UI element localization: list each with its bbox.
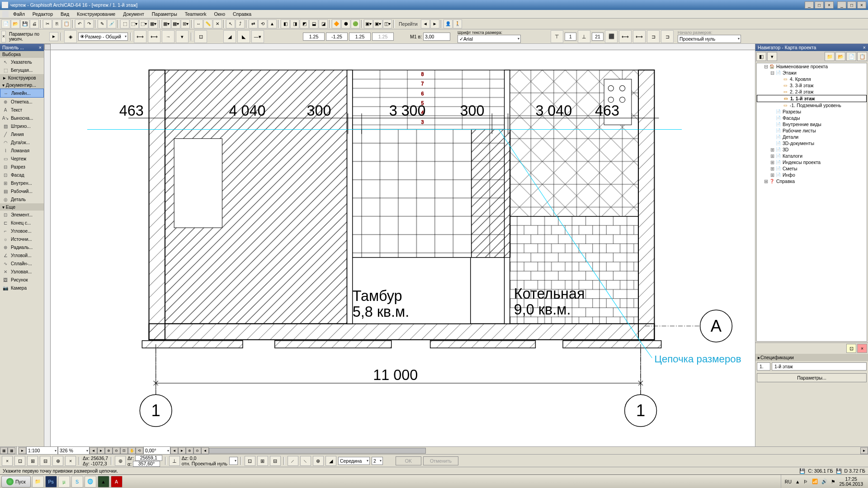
dim-ext-input[interactable]: [349, 33, 371, 41]
nav-map-btn[interactable]: 📁: [825, 52, 835, 61]
toolbox-sec-document[interactable]: ▾ Документир...: [0, 81, 44, 89]
navigator-close[interactable]: ×: [863, 45, 866, 50]
dim-mode1[interactable]: ⟷: [134, 30, 146, 43]
goto-next-btn[interactable]: ►: [430, 19, 439, 28]
snap-btn6[interactable]: ⊕: [313, 456, 324, 466]
sel2-btn[interactable]: ⬚▾: [130, 19, 139, 28]
rotate-btn1[interactable]: ⟲: [136, 447, 143, 454]
print-btn[interactable]: 🖨: [30, 19, 39, 28]
coord-polar[interactable]: ⊛: [115, 456, 126, 466]
spec-params-btn[interactable]: Параметры...: [757, 373, 867, 382]
dim-marker3[interactable]: —▾: [251, 30, 264, 43]
tool-interior[interactable]: ⊞Внутрен...: [0, 179, 44, 187]
tree-help[interactable]: ⊞❓Справка: [757, 178, 867, 184]
zoom-dropdown[interactable]: 326 %: [58, 446, 90, 455]
spec-btn2[interactable]: ×: [857, 344, 867, 353]
view-next[interactable]: ►: [178, 447, 186, 454]
tool-pointer[interactable]: ↖Указатель: [0, 58, 44, 66]
scale-input[interactable]: [423, 33, 450, 41]
ruler-vertical[interactable]: [44, 50, 51, 446]
tool-angular[interactable]: ∠Угловой...: [0, 251, 44, 259]
navigator-tree[interactable]: ⊟🏠Наименование проекта ⊟📄Этажи ▭4. Кровл…: [756, 63, 867, 342]
task-skype[interactable]: S: [71, 476, 83, 488]
menu-options[interactable]: Параметры: [149, 11, 180, 17]
measure-btn[interactable]: ↔: [194, 19, 203, 28]
minimize-btn[interactable]: _: [837, 1, 846, 9]
h-scrollbar-thumb[interactable]: [209, 448, 426, 454]
tree-floor-3[interactable]: ▭3. 3-й этаж: [757, 82, 867, 89]
style-btn1[interactable]: ⬛: [605, 30, 618, 43]
tree-interior[interactable]: 📄Внутренние виды: [757, 121, 867, 127]
tool-spline[interactable]: ∿Сплайн-...: [0, 259, 44, 267]
tool-text[interactable]: AТекст: [0, 106, 44, 114]
coord-dr-input[interactable]: [135, 455, 162, 461]
tool-label[interactable]: A↘Выносна...: [0, 114, 44, 122]
dim-gap-input[interactable]: [372, 33, 394, 41]
layer2-btn[interactable]: ⬢: [341, 19, 350, 28]
params-arrow[interactable]: ►: [49, 32, 58, 41]
redo-btn[interactable]: ↷: [85, 19, 94, 28]
coord-z[interactable]: ⊥: [169, 456, 180, 466]
inner-max-btn[interactable]: □: [815, 1, 824, 9]
tree-3ddocs[interactable]: 📄3D-документы: [757, 140, 867, 146]
tool-lamp[interactable]: ☼Источни...: [0, 235, 44, 243]
user-btn[interactable]: 👤: [443, 19, 453, 28]
tree-info[interactable]: ⊞📄Инфо: [757, 172, 867, 178]
grid2-btn[interactable]: ▦▾: [171, 19, 180, 28]
view-del[interactable]: ⊖: [193, 447, 201, 454]
style-btn2[interactable]: ⟷: [619, 30, 632, 43]
tool-fill[interactable]: ▨Штрихо...: [0, 122, 44, 130]
tool-corner[interactable]: ⌐Угловое...: [0, 227, 44, 235]
snap-mode[interactable]: Середина: [338, 457, 370, 465]
tree-floor-1-active[interactable]: ▭1. 1-й этаж: [757, 95, 867, 102]
trim-btn[interactable]: ✕: [213, 19, 222, 28]
scroll-right[interactable]: ►: [860, 447, 868, 454]
tab-btn1[interactable]: ▦: [0, 447, 8, 454]
tool-level[interactable]: ⊕Отметка...: [0, 98, 44, 106]
snap-btn4[interactable]: ⟋: [288, 456, 298, 466]
zoom-prev[interactable]: ◄: [90, 447, 97, 454]
ok-button[interactable]: OK: [396, 456, 421, 465]
tool-drawing[interactable]: ▭Чертеж: [0, 155, 44, 163]
tree-elevations[interactable]: 📄Фасады: [757, 115, 867, 121]
view1-btn[interactable]: ▣▾: [364, 19, 373, 28]
dim-marker2[interactable]: ◣: [237, 30, 250, 43]
inject-btn[interactable]: 💉: [107, 19, 116, 28]
scale-dropdown[interactable]: 1:100: [26, 446, 58, 455]
zoom-fit[interactable]: ⊡: [120, 447, 128, 454]
nav-tab2[interactable]: ▾: [767, 52, 777, 61]
inner-min-btn[interactable]: _: [805, 1, 814, 9]
snap-num[interactable]: 2: [372, 457, 383, 465]
tree-sections[interactable]: 📄Разрезы: [757, 108, 867, 115]
num2-input[interactable]: [592, 33, 604, 41]
zoom-btn2[interactable]: ⊖: [113, 447, 120, 454]
spec-header[interactable]: ▸ Спецификации: [755, 354, 868, 361]
task-utorrent[interactable]: µ: [58, 476, 70, 488]
grid1-btn[interactable]: ▦▾: [162, 19, 171, 28]
tool-line[interactable]: ╱Линия: [0, 130, 44, 138]
ruler-horizontal[interactable]: [51, 44, 755, 50]
style-btn5[interactable]: ⊐: [661, 30, 674, 43]
layer3-btn[interactable]: 🟢: [351, 19, 360, 28]
menu-edit[interactable]: Редактор: [29, 11, 56, 17]
tool-elevation[interactable]: ⊡Фасад: [0, 171, 44, 179]
origin-dropdown[interactable]: Проектный нуль: [678, 35, 741, 43]
dim-mode3[interactable]: →: [162, 30, 175, 43]
sel4-btn[interactable]: ▦▾: [149, 19, 158, 28]
menu-design[interactable]: Конструирование: [74, 11, 118, 17]
dim-style1[interactable]: ⊡: [194, 30, 207, 43]
close-btn[interactable]: ×: [857, 1, 866, 9]
tool-endwall[interactable]: ⊏Конец с...: [0, 219, 44, 227]
tool-worksheet[interactable]: ▤Рабочий...: [0, 187, 44, 195]
text-pos2[interactable]: ⊥: [578, 30, 590, 43]
task-archicad[interactable]: ▲: [98, 476, 109, 488]
menu-teamwork[interactable]: Teamwork: [182, 11, 210, 17]
tree-catalogs[interactable]: ⊞📄Каталоги: [757, 153, 867, 159]
ruler-btn[interactable]: 📏: [203, 19, 212, 28]
pick-btn[interactable]: ✎: [98, 19, 107, 28]
edit2-btn[interactable]: ◨: [290, 19, 299, 28]
style-btn3[interactable]: ⟷: [633, 30, 646, 43]
edit1-btn[interactable]: ◧: [281, 19, 290, 28]
cut-btn[interactable]: ✂: [43, 19, 52, 28]
sel3-btn[interactable]: ⬚▾: [139, 19, 148, 28]
